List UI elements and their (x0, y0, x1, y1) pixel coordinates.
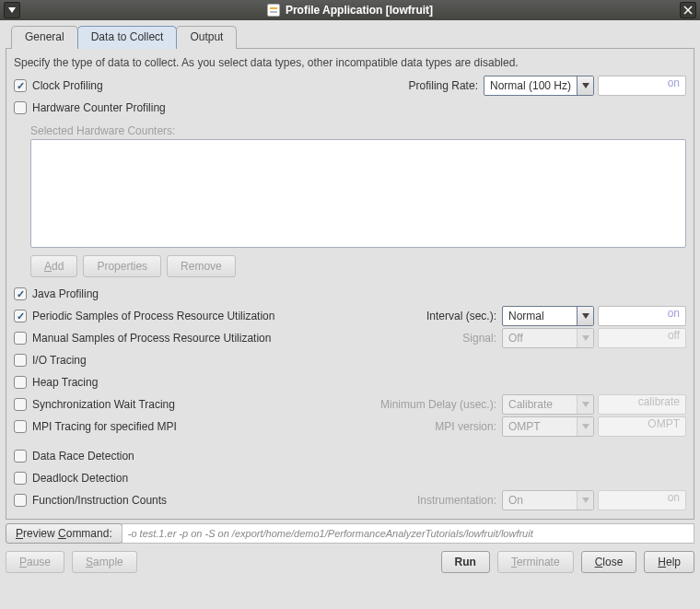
profiling-rate-select[interactable]: Normal (100 Hz) (484, 76, 594, 96)
svg-marker-6 (582, 402, 589, 407)
pause-button[interactable]: Pause (6, 551, 64, 573)
deadlock-checkbox[interactable] (14, 472, 27, 485)
min-delay-value: calibrate (598, 394, 686, 415)
min-delay-select: Calibrate (502, 394, 594, 415)
hwc-listbox[interactable] (30, 139, 686, 248)
chevron-down-icon (577, 417, 593, 436)
tab-data-to-collect[interactable]: Data to Collect (77, 26, 178, 49)
close-button[interactable]: Close (581, 551, 637, 573)
tab-general[interactable]: General (11, 26, 78, 49)
tabs: General Data to Collect Output (11, 26, 694, 49)
chevron-down-icon (577, 491, 593, 509)
signal-select: Off (502, 328, 594, 348)
func-counts-checkbox[interactable] (14, 494, 27, 507)
clock-profiling-label: Clock Profiling (32, 79, 103, 92)
profiling-rate-label: Profiling Rate: (409, 79, 478, 92)
sample-button[interactable]: Sample (72, 551, 137, 573)
func-counts-label: Function/Instruction Counts (32, 494, 167, 507)
deadlock-label: Deadlock Detection (32, 472, 128, 485)
hwc-add-button[interactable]: Add (30, 255, 77, 277)
instrumentation-label: Instrumentation: (417, 494, 496, 507)
interval-label: Interval (sec.): (426, 310, 496, 322)
profiling-rate-value[interactable]: on (598, 76, 686, 96)
hwc-checkbox[interactable] (14, 101, 27, 114)
signal-value: off (598, 328, 686, 348)
hwc-selected-label: Selected Hardware Counters: (30, 124, 686, 137)
interval-value[interactable]: on (598, 306, 686, 326)
svg-marker-4 (582, 313, 589, 319)
chevron-down-icon (577, 329, 593, 347)
chevron-down-icon (577, 395, 593, 414)
window-title-text: Profile Application [lowfruit] (286, 4, 433, 17)
heap-tracing-label: Heap Tracing (32, 376, 98, 389)
min-delay-label: Minimum Delay (usec.): (380, 398, 496, 411)
chevron-down-icon (577, 307, 593, 325)
svg-marker-8 (582, 498, 589, 503)
heap-tracing-checkbox[interactable] (14, 376, 27, 389)
tab-output[interactable]: Output (176, 26, 237, 49)
data-race-checkbox[interactable] (14, 450, 27, 463)
periodic-samples-label: Periodic Samples of Process Resource Uti… (32, 310, 274, 322)
run-button[interactable]: Run (441, 551, 490, 573)
chevron-down-icon (577, 76, 593, 95)
help-button[interactable]: Help (644, 551, 694, 573)
svg-marker-0 (8, 7, 16, 13)
mpi-version-label: MPI version: (435, 420, 496, 433)
java-profiling-checkbox[interactable] (14, 287, 27, 300)
mpi-tracing-checkbox[interactable] (14, 420, 27, 433)
terminate-button[interactable]: Terminate (497, 551, 574, 573)
instrumentation-select: On (502, 490, 594, 510)
periodic-samples-checkbox[interactable] (14, 310, 27, 322)
interval-select[interactable]: Normal (502, 306, 594, 326)
instrumentation-value: on (598, 490, 686, 510)
mpi-tracing-label: MPI Tracing for specified MPI (32, 420, 177, 433)
svg-marker-7 (582, 424, 589, 429)
title-bar: Profile Application [lowfruit] (0, 0, 700, 20)
clock-profiling-checkbox[interactable] (14, 79, 27, 92)
signal-label: Signal: (462, 332, 496, 345)
manual-samples-label: Manual Samples of Process Resource Utili… (32, 332, 271, 345)
preview-command-button[interactable]: Preview Command: (6, 523, 122, 544)
window-close-button[interactable] (680, 2, 696, 18)
svg-marker-3 (582, 83, 589, 88)
mpi-version-value: OMPT (598, 416, 686, 437)
manual-samples-checkbox[interactable] (14, 332, 27, 345)
hwc-label: Hardware Counter Profiling (32, 101, 166, 114)
io-tracing-checkbox[interactable] (14, 354, 27, 367)
preview-command-text[interactable]: -o test.1.er -p on -S on /export/home/de… (122, 523, 694, 544)
mpi-version-select: OMPT (502, 416, 594, 437)
io-tracing-label: I/O Tracing (32, 354, 87, 367)
data-race-label: Data Race Detection (32, 450, 134, 463)
sync-wait-checkbox[interactable] (14, 398, 27, 411)
hwc-properties-button[interactable]: Properties (83, 255, 161, 277)
java-profiling-label: Java Profiling (32, 287, 99, 300)
sync-wait-label: Synchronization Wait Tracing (32, 398, 175, 411)
hwc-remove-button[interactable]: Remove (167, 255, 236, 277)
svg-marker-5 (582, 335, 589, 341)
window-title: Profile Application [lowfruit] (20, 4, 680, 17)
window-menu-button[interactable] (4, 2, 20, 18)
tab-panel: Specify the type of data to collect. As … (6, 48, 694, 520)
app-icon (267, 4, 280, 17)
instruction-text: Specify the type of data to collect. As … (14, 56, 686, 69)
